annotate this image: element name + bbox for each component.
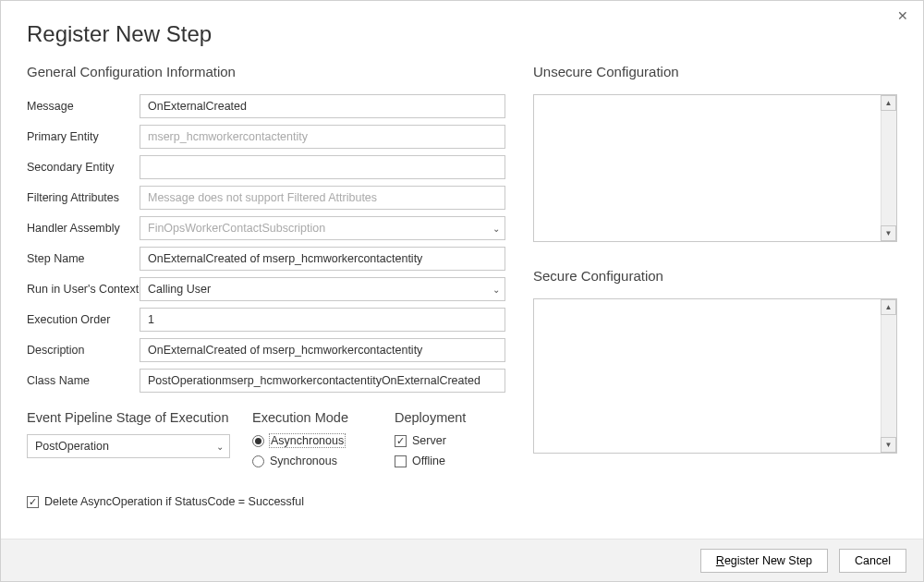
scroll-down-button[interactable]: ▼ [881,437,896,453]
input-description[interactable] [140,338,505,362]
close-button[interactable]: ✕ [892,6,914,25]
checkbox-icon [395,455,407,467]
dialog-footer: Register New Step Cancel [1,539,923,581]
checkbox-label-server: Server [412,434,446,447]
unsecure-config-textarea[interactable]: ▲ ▼ [533,94,897,242]
general-config-heading: General Configuration Information [27,64,505,79]
input-primary-entity[interactable] [140,125,505,149]
row-description: Description [27,338,505,362]
radio-label-synchronous: Synchronous [270,455,337,467]
label-handler-assembly: Handler Assembly [27,222,140,235]
chevron-down-icon: ⌄ [216,442,224,452]
deployment-column: Deployment ✓ Server Offline [395,410,505,475]
pipeline-heading: Event Pipeline Stage of Execution [27,410,230,425]
label-step-name: Step Name [27,252,140,265]
secure-config-textarea[interactable]: ▲ ▼ [533,298,897,454]
row-message: Message [27,94,505,118]
checkbox-icon: ✓ [395,435,407,447]
execution-mode-column: Execution Mode Asynchronous Synchronous [252,410,372,475]
label-description: Description [27,344,140,357]
radio-icon [252,455,264,467]
row-step-name: Step Name [27,247,505,271]
pipeline-value: PostOperation [35,440,109,453]
row-secondary-entity: Secondary Entity [27,155,505,179]
checkbox-label-delete-async: Delete AsyncOperation if StatusCode = Su… [44,495,304,508]
radio-asynchronous[interactable]: Asynchronous [252,434,372,447]
left-column: General Configuration Information Messag… [27,56,505,539]
select-handler-assembly[interactable]: ⌄ [140,216,505,240]
checkbox-label-offline: Offline [412,455,445,467]
label-filtering-attributes: Filtering Attributes [27,191,140,204]
label-execution-order: Execution Order [27,313,140,326]
pipeline-exec-deploy-row: Event Pipeline Stage of Execution PostOp… [27,410,505,475]
radio-icon [252,435,264,447]
register-mnemonic: R [716,554,724,567]
radio-synchronous[interactable]: Synchronous [252,455,372,467]
register-button[interactable]: Register New Step [700,549,828,573]
pipeline-column: Event Pipeline Stage of Execution PostOp… [27,410,230,475]
checkbox-offline[interactable]: Offline [395,455,505,467]
row-run-context: Run in User's Context ⌄ [27,277,505,301]
unsecure-config-heading: Unsecure Configuration [533,64,897,79]
radio-label-asynchronous: Asynchronous [270,434,345,447]
deployment-heading: Deployment [395,410,505,425]
checkbox-server[interactable]: ✓ Server [395,434,505,447]
close-icon: ✕ [897,8,908,23]
scrollbar-track[interactable] [881,111,896,225]
row-execution-order: Execution Order [27,308,505,332]
cancel-button[interactable]: Cancel [839,549,906,573]
secure-config-heading: Secure Configuration [533,268,897,284]
checkbox-delete-async[interactable]: ✓ Delete AsyncOperation if StatusCode = … [27,495,505,508]
row-filtering-attributes: Filtering Attributes [27,186,505,210]
row-handler-assembly: Handler Assembly ⌄ [27,216,505,240]
dialog-content: General Configuration Information Messag… [1,56,923,539]
select-run-context[interactable]: ⌄ [140,277,505,301]
label-class-name: Class Name [27,374,140,387]
input-class-name[interactable] [140,369,505,393]
label-message: Message [27,100,140,113]
row-class-name: Class Name [27,369,505,393]
scroll-up-button[interactable]: ▲ [881,299,896,315]
select-pipeline-stage[interactable]: PostOperation ⌄ [27,434,230,458]
input-execution-order[interactable] [140,308,505,332]
input-run-context [140,277,505,301]
scrollbar-track[interactable] [881,315,896,437]
input-filtering-attributes[interactable] [140,186,505,210]
scroll-up-button[interactable]: ▲ [881,95,896,111]
checkbox-icon: ✓ [27,496,39,508]
right-column: Unsecure Configuration ▲ ▼ Secure Config… [533,56,897,539]
dialog-title: Register New Step [1,1,923,56]
label-secondary-entity: Secondary Entity [27,161,140,174]
input-handler-assembly [140,216,505,240]
input-message[interactable] [140,94,505,118]
input-secondary-entity[interactable] [140,155,505,179]
register-step-dialog: ✕ Register New Step General Configuratio… [0,0,924,582]
scroll-down-button[interactable]: ▼ [881,225,896,241]
execution-mode-heading: Execution Mode [252,410,372,425]
row-primary-entity: Primary Entity [27,125,505,149]
register-rest: egister New Step [724,554,812,567]
label-primary-entity: Primary Entity [27,130,140,143]
input-step-name[interactable] [140,247,505,271]
label-run-context: Run in User's Context [27,283,140,296]
